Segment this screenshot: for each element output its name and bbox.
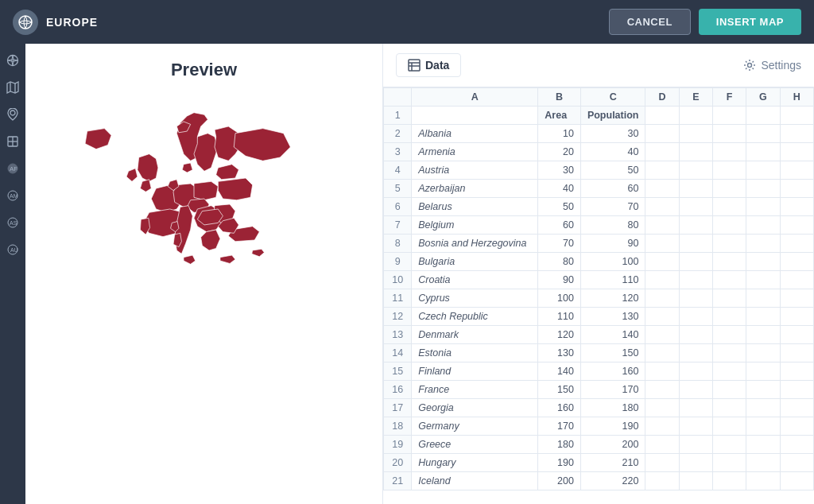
cell-f[interactable] (713, 326, 746, 344)
cancel-button[interactable]: CANCEL (609, 9, 691, 35)
cell-h[interactable] (780, 344, 813, 362)
cell-c[interactable]: 100 (580, 253, 645, 271)
cell-e[interactable] (679, 289, 712, 308)
cell-c[interactable]: 160 (580, 362, 645, 381)
cell-g[interactable] (746, 271, 780, 289)
cell-c[interactable]: 80 (580, 216, 645, 235)
cell-b[interactable]: 80 (538, 253, 581, 271)
cell-f[interactable] (713, 362, 746, 381)
cell-f[interactable] (713, 180, 746, 198)
cell-b[interactable]: Area (538, 107, 581, 125)
cell-g[interactable] (746, 125, 780, 143)
cell-h[interactable] (780, 271, 813, 289)
table-row[interactable]: 3Armenia2040 (384, 143, 814, 161)
cell-e[interactable] (679, 180, 712, 198)
cell-h[interactable] (780, 235, 813, 253)
cell-c[interactable]: Population (580, 107, 645, 125)
cell-g[interactable] (746, 198, 780, 216)
cell-a[interactable]: Azerbaijan (412, 180, 538, 198)
cell-d[interactable] (645, 417, 679, 436)
col-header-b[interactable]: B (538, 88, 581, 107)
cell-g[interactable] (746, 454, 780, 472)
cell-d[interactable] (645, 180, 679, 198)
table-row[interactable]: 19Greece180200 (384, 436, 814, 454)
sidebar-icon-africa[interactable]: AF (4, 160, 21, 177)
cell-d[interactable] (645, 143, 679, 161)
cell-g[interactable] (746, 180, 780, 198)
cell-d[interactable] (645, 253, 679, 271)
cell-b[interactable]: 170 (538, 417, 581, 436)
cell-a[interactable]: Estonia (412, 344, 538, 362)
cell-b[interactable]: 100 (538, 289, 581, 308)
table-row[interactable]: 1AreaPopulation (384, 107, 814, 125)
table-row[interactable]: 9Bulgaria80100 (384, 253, 814, 271)
cell-d[interactable] (645, 161, 679, 180)
sidebar-icon-globe[interactable] (4, 52, 21, 69)
cell-h[interactable] (780, 125, 813, 143)
cell-c[interactable]: 200 (580, 436, 645, 454)
cell-c[interactable]: 130 (580, 308, 645, 326)
cell-e[interactable] (679, 362, 712, 381)
table-row[interactable]: 10Croatia90110 (384, 271, 814, 289)
cell-h[interactable] (780, 381, 813, 399)
cell-b[interactable]: 10 (538, 125, 581, 143)
sidebar-icon-location[interactable] (4, 106, 21, 123)
cell-b[interactable]: 120 (538, 326, 581, 344)
cell-g[interactable] (746, 344, 780, 362)
cell-c[interactable]: 120 (580, 289, 645, 308)
cell-g[interactable] (746, 289, 780, 308)
cell-d[interactable] (645, 198, 679, 216)
cell-e[interactable] (679, 472, 712, 490)
cell-f[interactable] (713, 399, 746, 417)
cell-d[interactable] (645, 235, 679, 253)
cell-b[interactable]: 50 (538, 198, 581, 216)
cell-f[interactable] (713, 216, 746, 235)
cell-b[interactable]: 20 (538, 143, 581, 161)
cell-b[interactable]: 200 (538, 472, 581, 490)
cell-f[interactable] (713, 344, 746, 362)
cell-h[interactable] (780, 399, 813, 417)
cell-b[interactable]: 130 (538, 344, 581, 362)
cell-f[interactable] (713, 436, 746, 454)
cell-f[interactable] (713, 271, 746, 289)
cell-h[interactable] (780, 180, 813, 198)
cell-c[interactable]: 190 (580, 417, 645, 436)
cell-b[interactable]: 60 (538, 216, 581, 235)
insert-map-button[interactable]: INSERT MAP (699, 9, 801, 35)
sidebar-icon-map[interactable] (4, 79, 21, 96)
col-header-e[interactable]: E (679, 88, 712, 107)
cell-h[interactable] (780, 362, 813, 381)
table-row[interactable]: 6Belarus5070 (384, 198, 814, 216)
cell-f[interactable] (713, 198, 746, 216)
cell-g[interactable] (746, 235, 780, 253)
cell-g[interactable] (746, 362, 780, 381)
sidebar-icon-region[interactable] (4, 133, 21, 150)
cell-g[interactable] (746, 308, 780, 326)
cell-c[interactable]: 50 (580, 161, 645, 180)
cell-f[interactable] (713, 454, 746, 472)
cell-e[interactable] (679, 143, 712, 161)
cell-b[interactable]: 180 (538, 436, 581, 454)
cell-a[interactable]: Germany (412, 417, 538, 436)
cell-d[interactable] (645, 271, 679, 289)
table-row[interactable]: 12Czech Republic110130 (384, 308, 814, 326)
cell-h[interactable] (780, 472, 813, 490)
col-header-f[interactable]: F (713, 88, 746, 107)
sidebar-icon-asia[interactable]: AS (4, 214, 21, 231)
cell-f[interactable] (713, 143, 746, 161)
cell-c[interactable]: 110 (580, 271, 645, 289)
cell-g[interactable] (746, 417, 780, 436)
cell-b[interactable]: 140 (538, 362, 581, 381)
cell-h[interactable] (780, 198, 813, 216)
cell-c[interactable]: 150 (580, 344, 645, 362)
cell-e[interactable] (679, 253, 712, 271)
cell-b[interactable]: 160 (538, 399, 581, 417)
col-header-h[interactable]: H (780, 88, 813, 107)
cell-e[interactable] (679, 326, 712, 344)
cell-d[interactable] (645, 289, 679, 308)
cell-d[interactable] (645, 308, 679, 326)
cell-a[interactable]: Austria (412, 161, 538, 180)
cell-h[interactable] (780, 143, 813, 161)
cell-b[interactable]: 40 (538, 180, 581, 198)
cell-d[interactable] (645, 436, 679, 454)
